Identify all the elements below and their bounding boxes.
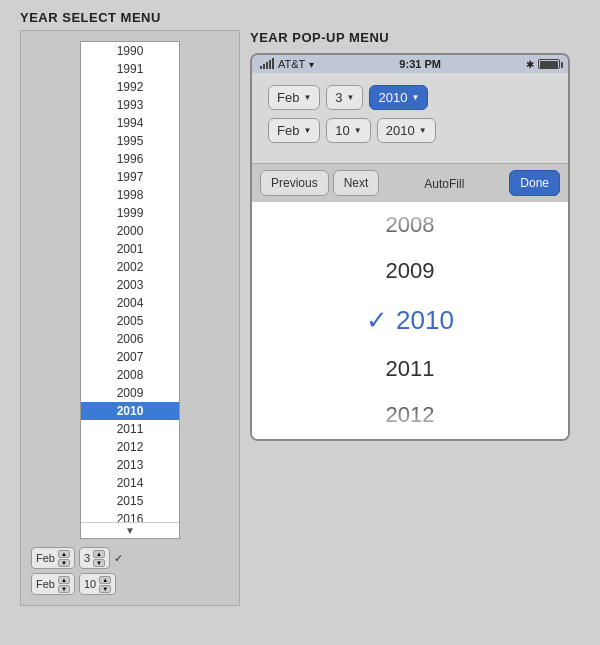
year-list-item[interactable]: 2003: [81, 276, 179, 294]
date-select-year-1-value: 2010: [378, 90, 407, 105]
dropdown-arrow-bottom: ▼: [81, 522, 179, 538]
left-panel: 1990199119921993199419951996199719981999…: [20, 30, 240, 606]
year-list-item[interactable]: 2008: [81, 366, 179, 384]
year-list-item[interactable]: 2010: [81, 402, 179, 420]
year-list-item[interactable]: 1995: [81, 132, 179, 150]
spinners-row-2: Feb ▲ ▼ 10 ▲ ▼: [31, 573, 229, 595]
wifi-icon: ▾: [309, 59, 314, 70]
year-list-item[interactable]: 2011: [81, 420, 179, 438]
spinner-month-2-down[interactable]: ▼: [58, 585, 70, 593]
spinner-month-2-value: Feb: [36, 578, 55, 590]
year-list-item[interactable]: 2000: [81, 222, 179, 240]
year-list-item[interactable]: 1998: [81, 186, 179, 204]
bluetooth-icon: ✱: [526, 59, 534, 70]
right-panel-title: YEAR POP-UP MENU: [250, 30, 590, 45]
year-list-item[interactable]: 2004: [81, 294, 179, 312]
date-select-day-2-value: 10: [335, 123, 349, 138]
checkmark-1: ✓: [114, 552, 123, 565]
date-select-day-1-value: 3: [335, 90, 342, 105]
year-list-item[interactable]: 1993: [81, 96, 179, 114]
chevron-down-icon: ▼: [354, 126, 362, 135]
right-panel: YEAR POP-UP MENU AT&T ▾ 9:31 PM ✱: [250, 30, 590, 441]
phone-frame: AT&T ▾ 9:31 PM ✱ Feb ▼ 3 ▼: [250, 53, 570, 441]
spinner-day-1[interactable]: 3 ▲ ▼: [79, 547, 110, 569]
year-list-item[interactable]: 2013: [81, 456, 179, 474]
spinner-day-2-up[interactable]: ▲: [99, 576, 111, 584]
check-icon: ✓: [366, 305, 388, 335]
status-right: ✱: [526, 59, 560, 70]
spinner-day-2-arrows[interactable]: ▲ ▼: [99, 576, 111, 593]
year-list-item[interactable]: 1997: [81, 168, 179, 186]
year-picker-wrapper: 20082009✓201020112012: [252, 202, 568, 439]
year-select-dropdown[interactable]: 1990199119921993199419951996199719981999…: [80, 41, 180, 539]
date-select-year-2[interactable]: 2010 ▼: [377, 118, 436, 143]
spinner-month-1-up[interactable]: ▲: [58, 550, 70, 558]
spinner-day-1-value: 3: [84, 552, 90, 564]
spinner-month-2-arrows[interactable]: ▲ ▼: [58, 576, 70, 593]
spinner-month-1-value: Feb: [36, 552, 55, 564]
spinner-month-2-up[interactable]: ▲: [58, 576, 70, 584]
year-list-item[interactable]: 1994: [81, 114, 179, 132]
year-picker-item[interactable]: 2011: [252, 346, 568, 392]
spinner-month-1-arrows[interactable]: ▲ ▼: [58, 550, 70, 567]
year-list-item[interactable]: 1992: [81, 78, 179, 96]
year-list-item[interactable]: 2007: [81, 348, 179, 366]
year-list-item[interactable]: 2006: [81, 330, 179, 348]
spinner-day-2-down[interactable]: ▼: [99, 585, 111, 593]
chevron-down-icon: ▼: [303, 126, 311, 135]
year-list: 1990199119921993199419951996199719981999…: [81, 42, 179, 522]
status-bar: AT&T ▾ 9:31 PM ✱: [252, 55, 568, 73]
spinner-day-2-value: 10: [84, 578, 96, 590]
spinner-day-1-down[interactable]: ▼: [93, 559, 105, 567]
year-list-item[interactable]: 2016: [81, 510, 179, 522]
year-list-item[interactable]: 2001: [81, 240, 179, 258]
year-picker-item[interactable]: 2009: [252, 248, 568, 294]
date-select-day-2[interactable]: 10 ▼: [326, 118, 370, 143]
toolbar: Previous Next AutoFill Done: [252, 163, 568, 202]
date-select-year-1[interactable]: 2010 ▼: [369, 85, 428, 110]
date-select-day-1[interactable]: 3 ▼: [326, 85, 363, 110]
year-picker-item[interactable]: 2012: [252, 392, 568, 438]
autofill-label: AutoFill: [383, 174, 505, 192]
spinner-day-2[interactable]: 10 ▲ ▼: [79, 573, 116, 595]
year-list-item[interactable]: 1990: [81, 42, 179, 60]
chevron-down-icon: ▼: [303, 93, 311, 102]
chevron-down-icon: ▼: [411, 93, 419, 102]
year-picker-scroll[interactable]: 20082009✓201020112012: [252, 202, 568, 439]
date-pickers-area: Feb ▼ 3 ▼ 2010 ▼ Feb ▼ 10: [252, 73, 568, 163]
date-select-year-2-value: 2010: [386, 123, 415, 138]
date-row-2: Feb ▼ 10 ▼ 2010 ▼: [268, 118, 552, 143]
spinner-month-1-down[interactable]: ▼: [58, 559, 70, 567]
year-list-item[interactable]: 1999: [81, 204, 179, 222]
year-list-item[interactable]: 2015: [81, 492, 179, 510]
spinner-day-1-up[interactable]: ▲: [93, 550, 105, 558]
chevron-down-icon: ▼: [419, 126, 427, 135]
year-list-item[interactable]: 1991: [81, 60, 179, 78]
year-list-item[interactable]: 2002: [81, 258, 179, 276]
year-list-item[interactable]: 2009: [81, 384, 179, 402]
year-picker-item[interactable]: 2008: [252, 202, 568, 248]
spinner-month-1[interactable]: Feb ▲ ▼: [31, 547, 75, 569]
spinner-day-1-arrows[interactable]: ▲ ▼: [93, 550, 105, 567]
year-list-item[interactable]: 2005: [81, 312, 179, 330]
year-list-item[interactable]: 1996: [81, 150, 179, 168]
done-button[interactable]: Done: [509, 170, 560, 196]
signal-bars-icon: [260, 59, 274, 69]
status-left: AT&T ▾: [260, 58, 314, 70]
year-list-item[interactable]: 2012: [81, 438, 179, 456]
previous-button[interactable]: Previous: [260, 170, 329, 196]
year-picker-item[interactable]: ✓2010: [252, 295, 568, 346]
date-select-month-1-value: Feb: [277, 90, 299, 105]
date-select-month-1[interactable]: Feb ▼: [268, 85, 320, 110]
chevron-down-icon: ▼: [347, 93, 355, 102]
year-list-item[interactable]: 2014: [81, 474, 179, 492]
next-button[interactable]: Next: [333, 170, 380, 196]
status-time: 9:31 PM: [399, 58, 441, 70]
date-row-1: Feb ▼ 3 ▼ 2010 ▼: [268, 85, 552, 110]
left-panel-title: YEAR SELECT MENU: [0, 0, 600, 31]
date-select-month-2[interactable]: Feb ▼: [268, 118, 320, 143]
spinner-month-2[interactable]: Feb ▲ ▼: [31, 573, 75, 595]
carrier-label: AT&T: [278, 58, 305, 70]
date-select-month-2-value: Feb: [277, 123, 299, 138]
battery-icon: [538, 59, 560, 69]
